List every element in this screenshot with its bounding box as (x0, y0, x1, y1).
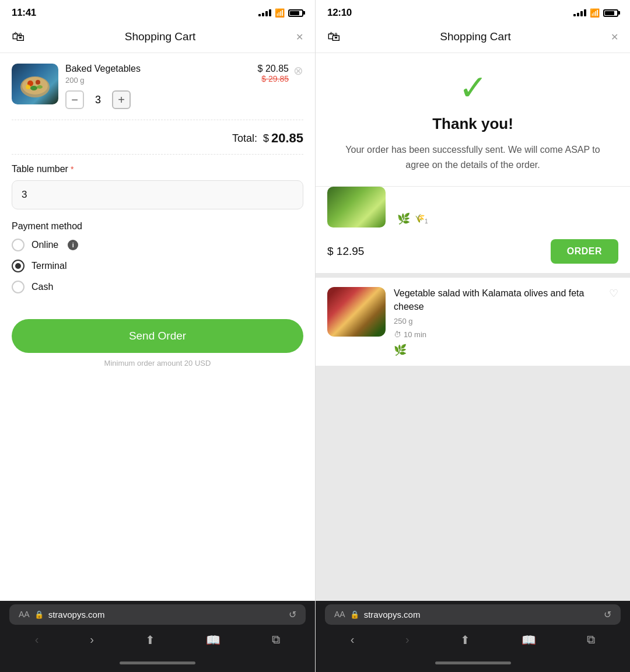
payment-online-label: Online (32, 240, 58, 250)
browser-bar-right: AA 🔒 stravopys.com ↺ ‹ › ⬆ 📖 ⧉ (316, 601, 630, 653)
browser-address-left[interactable]: AA 🔒 stravopys.com ↺ (9, 604, 306, 625)
forward-button-right[interactable]: › (401, 631, 414, 649)
menu-item-salad-weight: 250 g (394, 317, 609, 326)
cart-item-name: Baked Vegetables (65, 64, 251, 74)
wheat-icon-partial: 🌾1 (415, 214, 428, 225)
browser-aa-right[interactable]: AA (334, 610, 345, 619)
radio-online[interactable] (12, 239, 24, 251)
radio-cash[interactable] (12, 281, 24, 293)
back-button-left[interactable]: ‹ (30, 631, 44, 649)
item-price: $ 12.95 (327, 245, 364, 258)
tabs-button-right[interactable]: ⧉ (582, 631, 600, 649)
cart-content: Baked Vegetables 200 g − 3 + $ 20.85 $ 2… (0, 53, 315, 601)
browser-address-right[interactable]: AA 🔒 stravopys.com ↺ (325, 604, 621, 625)
menu-background: 🌿 🌾1 $ 12.95 ORDER Vegetable salad with … (316, 187, 630, 601)
browser-aa-left[interactable]: AA (19, 610, 30, 619)
leaf-icon-partial: 🌿 (397, 212, 410, 225)
decrease-qty-button[interactable]: − (65, 90, 84, 109)
price-original: $ 29.85 (258, 74, 289, 83)
back-button-right[interactable]: ‹ (346, 631, 359, 649)
browser-bar-left: AA 🔒 stravopys.com ↺ ‹ › ⬆ 📖 ⧉ (0, 601, 315, 653)
payment-option-terminal[interactable]: Terminal (12, 260, 303, 272)
cart-item-weight: 200 g (65, 76, 251, 85)
salad-image (327, 287, 386, 337)
menu-item-thumb-partial (327, 187, 386, 228)
reload-icon-right[interactable]: ↺ (604, 609, 611, 620)
wifi-icon-right: 📶 (590, 8, 600, 18)
payment-option-cash[interactable]: Cash (12, 281, 303, 293)
nav-bar-right: 🛍 Shopping Cart ✕ (316, 23, 630, 53)
home-indicator-right (316, 653, 630, 672)
checkmark-icon: ✓ (333, 71, 612, 106)
menu-item-salad-info: Vegetable salad with Kalamata olives and… (386, 287, 609, 356)
browser-nav-right: ‹ › ⬆ 📖 ⧉ (325, 629, 621, 650)
table-number-label: Table number * (12, 164, 303, 174)
cart-item: Baked Vegetables 200 g − 3 + $ 20.85 $ 2… (12, 53, 303, 120)
cart-item-info: Baked Vegetables 200 g − 3 + (58, 64, 258, 109)
cart-item-prices: $ 20.85 $ 29.85 (258, 64, 289, 83)
total-amount: 20.85 (271, 131, 303, 146)
info-icon: i (68, 240, 78, 250)
table-number-section: Table number * (12, 155, 303, 215)
radio-terminal[interactable] (12, 260, 24, 272)
total-label: Total: (232, 132, 257, 145)
status-icons-right: 📶 (573, 8, 618, 18)
signal-icon-right (573, 9, 586, 16)
status-bar-left: 11:41 📶 (0, 0, 315, 23)
signal-icon-left (258, 9, 271, 16)
menu-item-salad: Vegetable salad with Kalamata olives and… (316, 278, 630, 366)
table-number-input[interactable] (12, 180, 303, 209)
favorite-icon-salad[interactable]: ♡ (609, 287, 618, 300)
quantity-row: − 3 + (65, 90, 251, 109)
bag-icon-left: 🛍 (12, 29, 24, 44)
lock-icon-left: 🔒 (34, 610, 44, 619)
share-button-right[interactable]: ⬆ (456, 631, 475, 649)
svg-point-4 (30, 86, 37, 90)
home-bar-left (120, 662, 195, 664)
nav-bar-left: 🛍 Shopping Cart ✕ (0, 23, 315, 53)
payment-method-section: Payment method Online i Terminal Cash (12, 215, 303, 307)
browser-url-right: stravopys.com (364, 610, 599, 620)
left-phone-panel: 11:41 📶 🛍 Shopping Cart ✕ (0, 0, 315, 672)
payment-option-online[interactable]: Online i (12, 239, 303, 251)
home-bar-right (435, 662, 511, 664)
status-icons-left: 📶 (258, 8, 303, 18)
food-svg (18, 69, 52, 99)
remove-item-button[interactable]: ⊗ (293, 64, 303, 78)
browser-nav-left: ‹ › ⬆ 📖 ⧉ (9, 629, 306, 650)
bookmarks-button-left[interactable]: 📖 (201, 631, 225, 649)
thankyou-title: Thank you! (333, 115, 612, 133)
close-icon-left[interactable]: ✕ (296, 32, 303, 43)
leaf-icon-salad: 🌿 (394, 344, 407, 356)
price-order-row: $ 12.95 ORDER (316, 239, 630, 273)
total-row: Total: $ 20.85 (12, 120, 303, 155)
tabs-button-left[interactable]: ⧉ (267, 631, 285, 649)
min-order-text: Minimum order amount 20 USD (12, 359, 303, 379)
increase-qty-button[interactable]: + (112, 90, 131, 109)
order-button[interactable]: ORDER (551, 239, 618, 264)
menu-separator (316, 273, 630, 278)
battery-icon-right (603, 9, 618, 17)
menu-item-icons-row: 🌿 (394, 344, 609, 356)
send-order-button[interactable]: Send Order (12, 319, 303, 353)
svg-point-3 (36, 80, 40, 85)
share-button-left[interactable]: ⬆ (141, 631, 160, 649)
wifi-icon-left: 📶 (275, 8, 285, 18)
browser-url-left: stravopys.com (48, 610, 284, 620)
price-current: $ 20.85 (258, 64, 289, 74)
svg-point-5 (37, 85, 43, 89)
menu-item-salad-name: Vegetable salad with Kalamata olives and… (394, 287, 609, 313)
forward-button-left[interactable]: › (85, 631, 99, 649)
payment-method-label: Payment method (12, 221, 303, 232)
bag-icon-right: 🛍 (327, 29, 340, 44)
home-indicator-left (0, 653, 315, 672)
reload-icon-left[interactable]: ↺ (289, 609, 296, 620)
thankyou-text: Your order has been successfully sent. W… (333, 142, 612, 172)
bookmarks-button-right[interactable]: 📖 (517, 631, 541, 649)
status-bar-right: 12:10 📶 (316, 0, 630, 23)
close-icon-right[interactable]: ✕ (611, 32, 618, 43)
payment-terminal-label: Terminal (32, 261, 66, 271)
quantity-value: 3 (92, 94, 104, 106)
right-phone-panel: 12:10 📶 🛍 Shopping Cart ✕ ✓ Thank you! Y… (315, 0, 630, 672)
thankyou-modal: ✓ Thank you! Your order has been success… (316, 53, 630, 187)
